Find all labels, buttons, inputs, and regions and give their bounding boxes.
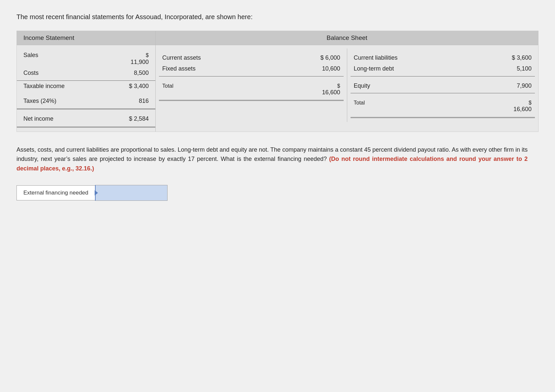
- net-income-row: Net income $ 2,584: [17, 113, 155, 124]
- equity-value: 7,900: [452, 80, 535, 91]
- equity-label: Equity: [351, 80, 452, 91]
- is-sep-2: [17, 106, 155, 109]
- costs-value: 8,500: [107, 68, 155, 78]
- bs-total-right-dollar: Total $: [351, 97, 535, 106]
- bs-assets: Current assets $ 6,000 Fixed assets 10,6…: [156, 48, 347, 122]
- sales-value-row: 11,900: [17, 59, 155, 68]
- taxes-label: Taxes (24%): [17, 96, 107, 106]
- taxable-income-value: $ 3,400: [107, 80, 155, 92]
- costs-label: Costs: [17, 68, 107, 78]
- longterm-debt-row: Long-term debt 5,100: [351, 63, 535, 74]
- bs-left-double-sep: [159, 98, 344, 101]
- is-sep-3: [17, 124, 155, 127]
- income-statement-header: Income Statement: [17, 31, 155, 45]
- intro-text: The most recent financial statements for…: [16, 13, 539, 21]
- statements-wrapper: Income Statement Sales $ 11,900 Costs 8,…: [16, 31, 539, 132]
- bs-total-left-value-row: 16,600: [159, 89, 344, 98]
- bs-liabilities: Current liabilities $ 3,600 Long-term de…: [347, 48, 539, 122]
- answer-section: External financing needed: [16, 185, 539, 201]
- income-statement: Income Statement Sales $ 11,900 Costs 8,…: [17, 31, 155, 132]
- current-assets-row: Current assets $ 6,000: [159, 52, 344, 63]
- bs-total-left-dollar-sign: $: [261, 80, 344, 89]
- current-liabilities-label: Current liabilities: [351, 52, 452, 63]
- bs-content: Current assets $ 6,000 Fixed assets 10,6…: [156, 45, 538, 125]
- longterm-debt-value: 5,100: [452, 63, 535, 74]
- balance-sheet-header: Balance Sheet: [156, 31, 538, 45]
- bs-total-right-value: 16,600: [452, 106, 535, 115]
- fixed-assets-row: Fixed assets 10,600: [159, 63, 344, 74]
- costs-row: Costs 8,500: [17, 68, 155, 78]
- taxes-value: 816: [107, 96, 155, 106]
- arrow-indicator: [95, 190, 98, 196]
- balance-sheet: Balance Sheet Current assets $ 6,000 Fix: [155, 31, 538, 132]
- taxes-row: Taxes (24%) 816: [17, 96, 155, 106]
- current-liabilities-value: $ 3,600: [452, 52, 535, 63]
- current-assets-label: Current assets: [159, 52, 261, 63]
- sales-value: 11,900: [107, 59, 155, 68]
- bs-total-right-label: Total: [351, 97, 452, 106]
- current-assets-value: $ 6,000: [261, 52, 344, 63]
- sales-dollar-row: Sales $: [17, 49, 155, 59]
- net-income-value: $ 2,584: [107, 113, 155, 124]
- taxable-income-row: Taxable income $ 3,400: [17, 80, 155, 92]
- bs-liabilities-table: Current liabilities $ 3,600 Long-term de…: [351, 48, 535, 122]
- description-text: Assets, costs, and current liabilities a…: [16, 145, 528, 173]
- current-liabilities-row: Current liabilities $ 3,600: [351, 52, 535, 63]
- bs-total-left-dollar: Total $: [159, 80, 344, 89]
- bs-assets-table: Current assets $ 6,000 Fixed assets 10,6…: [159, 48, 344, 105]
- bs-total-right-value-row: 16,600: [351, 106, 535, 115]
- income-statement-table: Sales $ 11,900 Costs 8,500 Ta: [17, 45, 155, 132]
- net-income-label: Net income: [17, 113, 107, 124]
- answer-input-wrapper: [95, 185, 168, 201]
- bs-total-right-dollar-sign: $: [452, 97, 535, 106]
- equity-row: Equity 7,900: [351, 80, 535, 91]
- taxable-income-label: Taxable income: [17, 80, 107, 92]
- sales-dollar-sign: $: [107, 49, 155, 59]
- bs-total-left-value: 16,600: [261, 89, 344, 98]
- bs-total-left-label: Total: [159, 80, 261, 89]
- external-financing-input[interactable]: [95, 185, 168, 201]
- bs-right-double-sep: [351, 115, 535, 117]
- sales-label: Sales: [17, 49, 107, 59]
- answer-label: External financing needed: [16, 185, 95, 200]
- longterm-debt-label: Long-term debt: [351, 63, 452, 74]
- fixed-assets-label: Fixed assets: [159, 63, 261, 74]
- fixed-assets-value: 10,600: [261, 63, 344, 74]
